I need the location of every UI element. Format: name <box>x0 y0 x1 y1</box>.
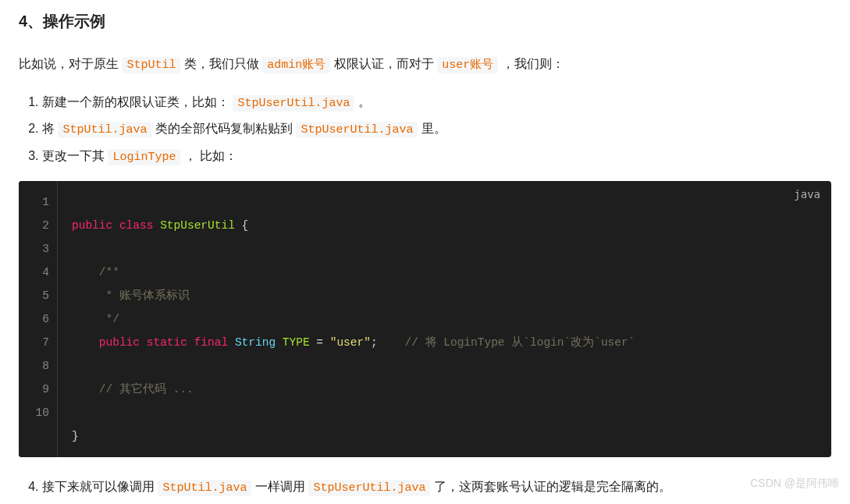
line-number: 2 <box>30 214 49 237</box>
tok-final: final <box>194 336 229 349</box>
steps-list-continued: 接下来就可以像调用 StpUtil.java 一样调用 StpUserUtil.… <box>19 476 831 499</box>
tok-semi: ; <box>371 336 378 349</box>
code-stpuserjava: StpUserUtil.java <box>296 122 418 138</box>
intro-text: 类，我们只做 <box>180 57 262 70</box>
step-text: 了，这两套账号认证的逻辑是完全隔离的。 <box>430 480 670 493</box>
lang-label: java <box>794 186 820 204</box>
code-stputiljava: StpUtil.java <box>158 480 251 496</box>
line-number: 10 <box>30 401 49 424</box>
code-admin-account: admin账号 <box>262 57 330 73</box>
tok-eq: = <box>316 336 323 349</box>
step-text: 更改一下其 <box>42 149 108 162</box>
tok-var: TYPE <box>283 336 310 349</box>
code-block: java 1 2 3 4 5 6 7 8 9 10 public class S… <box>19 181 831 457</box>
code-line-10: } <box>72 424 817 448</box>
tok-brace: { <box>242 219 249 232</box>
line-number: 7 <box>30 331 49 354</box>
tok-classname: StpUserUtil <box>160 219 235 232</box>
step-text: 。 <box>354 95 370 108</box>
tok-static: static <box>147 336 187 349</box>
step-text: ， 比如： <box>180 149 237 162</box>
code-content[interactable]: public class StpUserUtil { /** * 账号体系标识 … <box>58 181 831 457</box>
step-2: 将 StpUtil.java 类的全部代码复制粘贴到 StpUserUtil.j… <box>42 118 831 140</box>
step-text: 里。 <box>418 122 446 135</box>
step-4: 接下来就可以像调用 StpUtil.java 一样调用 StpUserUtil.… <box>42 476 831 499</box>
steps-list: 新建一个新的权限认证类，比如： StpUserUtil.java 。 将 Stp… <box>19 91 831 168</box>
code-stpuserjava: StpUserUtil.java <box>308 480 430 496</box>
line-number: 5 <box>30 284 49 307</box>
tok-public: public <box>99 336 140 349</box>
line-number: 3 <box>30 237 49 261</box>
line-number: 6 <box>30 307 49 331</box>
step-1: 新建一个新的权限认证类，比如： StpUserUtil.java 。 <box>42 91 831 114</box>
line-number: 4 <box>30 261 49 284</box>
code-line-1: public class StpUserUtil { <box>72 214 817 237</box>
code-line-6: public static final String TYPE = "user"… <box>72 331 817 354</box>
line-number: 8 <box>30 354 49 378</box>
code-stpuserjava: StpUserUtil.java <box>233 95 354 112</box>
tok-class: class <box>119 219 154 232</box>
code-line-2 <box>72 237 817 261</box>
code-line-8: // 其它代码 ... <box>72 378 817 401</box>
code-stputil: StpUtil <box>122 57 180 73</box>
step-text: 一样调用 <box>251 480 308 493</box>
code-line-9 <box>72 401 817 424</box>
tok-string-literal: "user" <box>330 336 371 349</box>
step-text: 将 <box>42 122 58 135</box>
section-title: 4、操作示例 <box>19 8 831 34</box>
code-stputiljava: StpUtil.java <box>58 122 151 138</box>
intro-text: ，我们则： <box>498 57 564 70</box>
code-line-5: */ <box>72 307 817 331</box>
line-gutter: 1 2 3 4 5 6 7 8 9 10 <box>19 181 58 457</box>
line-number: 9 <box>30 378 49 401</box>
intro-paragraph: 比如说，对于原生 StpUtil 类，我们只做 admin账号 权限认证，而对于… <box>19 53 831 76</box>
code-line-3: /** <box>72 261 817 284</box>
code-line-4: * 账号体系标识 <box>72 284 817 307</box>
code-logintype: LoginType <box>108 149 180 165</box>
code-user-account: user账号 <box>437 57 498 73</box>
step-text: 新建一个新的权限认证类，比如： <box>42 95 233 108</box>
tok-comment: // 将 LoginType 从`login`改为`user` <box>404 336 635 349</box>
tok-public: public <box>72 219 112 232</box>
line-number: 1 <box>30 190 49 214</box>
intro-text: 比如说，对于原生 <box>19 57 122 70</box>
step-text: 类的全部代码复制粘贴到 <box>151 122 296 135</box>
code-line-7 <box>72 354 817 378</box>
step-text: 接下来就可以像调用 <box>42 480 158 493</box>
intro-text: 权限认证，而对于 <box>330 57 437 70</box>
step-3: 更改一下其 LoginType ， 比如： <box>42 145 831 168</box>
tok-string-type: String <box>235 336 276 349</box>
